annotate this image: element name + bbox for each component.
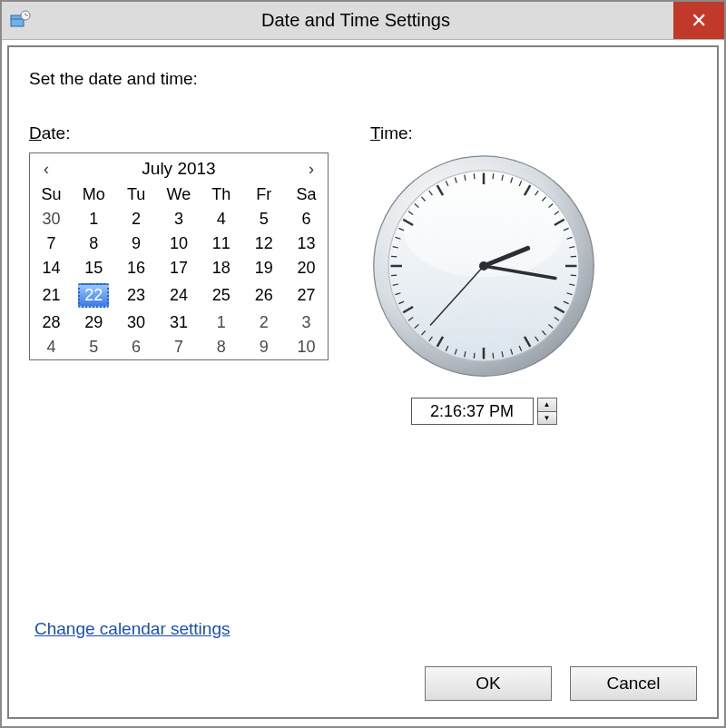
calendar-day[interactable]: 20 — [285, 256, 328, 280]
calendar-day[interactable]: 30 — [115, 310, 158, 335]
dialog-button-row: OK Cancel — [425, 666, 697, 701]
calendar-day[interactable]: 2 — [242, 310, 285, 335]
calendar-weekday: Mo — [73, 182, 115, 207]
dialog-body: Set the date and time: Date: ‹ July 2013… — [7, 45, 719, 719]
app-icon — [2, 3, 38, 39]
calendar-day[interactable]: 5 — [242, 207, 285, 231]
calendar-day[interactable]: 1 — [73, 207, 115, 231]
titlebar[interactable]: Date and Time Settings ✕ — [2, 2, 724, 40]
date-label-rest: ate: — [42, 123, 71, 143]
calendar-weekday: Fr — [242, 182, 285, 207]
time-input-row: ▲ ▼ — [411, 398, 557, 425]
calendar-day[interactable]: 30 — [30, 207, 73, 231]
calendar-day[interactable]: 15 — [73, 256, 115, 280]
calendar-day[interactable]: 19 — [242, 256, 285, 280]
calendar-day[interactable]: 3 — [158, 207, 201, 231]
calendar-day[interactable]: 21 — [30, 280, 73, 310]
calendar-weekday: Tu — [115, 182, 158, 207]
close-button[interactable]: ✕ — [673, 2, 724, 39]
svg-line-24 — [571, 275, 576, 276]
calendar-day[interactable]: 8 — [200, 335, 242, 359]
calendar-day[interactable]: 13 — [285, 231, 328, 256]
instruction-text: Set the date and time: — [29, 69, 697, 89]
close-icon: ✕ — [691, 9, 707, 33]
calendar-day[interactable]: 17 — [158, 256, 201, 280]
svg-line-52 — [391, 275, 397, 276]
svg-line-54 — [391, 256, 397, 257]
calendar-day[interactable]: 6 — [285, 207, 328, 231]
calendar-day[interactable]: 29 — [73, 310, 115, 335]
time-label-rest: ime: — [380, 123, 413, 143]
calendar-day[interactable]: 10 — [285, 335, 328, 359]
window-frame: Date and Time Settings ✕ Set the date an… — [0, 0, 726, 728]
svg-line-37 — [493, 353, 494, 359]
calendar-day[interactable]: 12 — [242, 231, 285, 256]
calendar-day[interactable]: 5 — [73, 335, 115, 359]
calendar-day[interactable]: 18 — [200, 256, 242, 280]
calendar-day[interactable]: 31 — [158, 310, 201, 335]
calendar-day[interactable]: 6 — [115, 335, 158, 359]
time-input[interactable] — [411, 398, 534, 425]
calendar-day[interactable]: 24 — [158, 280, 201, 310]
calendar-weekday: Th — [200, 182, 242, 207]
calendar-day[interactable]: 16 — [115, 256, 158, 280]
calendar-day[interactable]: 26 — [242, 280, 285, 310]
calendar-day[interactable]: 10 — [158, 231, 201, 256]
calendar-weekday: Sa — [285, 182, 328, 207]
calendar-day[interactable]: 7 — [30, 231, 73, 256]
calendar-day[interactable]: 2 — [115, 207, 158, 231]
svg-line-22 — [571, 256, 576, 257]
calendar-day[interactable]: 3 — [285, 310, 328, 335]
calendar-day[interactable]: 1 — [200, 310, 242, 335]
calendar-day[interactable]: 23 — [115, 280, 158, 310]
svg-line-9 — [493, 173, 494, 179]
ok-button[interactable]: OK — [425, 666, 552, 701]
calendar-day[interactable]: 28 — [30, 310, 73, 335]
time-spin-up[interactable]: ▲ — [537, 398, 557, 412]
date-label-mnemonic: D — [29, 123, 42, 143]
calendar-grid: SuMoTuWeThFrSa 3012345678910111213141516… — [30, 182, 328, 359]
calendar-header: ‹ July 2013 › — [30, 153, 328, 182]
calendar[interactable]: ‹ July 2013 › SuMoTuWeThFrSa 30123456789… — [29, 152, 329, 360]
svg-point-71 — [479, 261, 488, 271]
calendar-month-label[interactable]: July 2013 — [142, 159, 215, 179]
calendar-day[interactable]: 9 — [242, 335, 285, 359]
calendar-day[interactable]: 4 — [30, 335, 73, 359]
time-label: Time: — [370, 123, 597, 143]
calendar-day[interactable]: 4 — [200, 207, 242, 231]
date-label: Date: — [29, 123, 329, 143]
calendar-weekday: Su — [30, 182, 73, 207]
analog-clock — [370, 152, 597, 379]
calendar-day[interactable]: 11 — [200, 231, 242, 256]
calendar-day[interactable]: 14 — [30, 256, 73, 280]
calendar-day[interactable]: 9 — [115, 231, 158, 256]
svg-line-67 — [474, 173, 475, 179]
svg-line-39 — [474, 353, 475, 359]
window-title: Date and Time Settings — [38, 10, 673, 31]
time-spin-down[interactable]: ▼ — [537, 411, 557, 426]
calendar-day[interactable]: 8 — [73, 231, 115, 256]
calendar-weekday: We — [158, 182, 201, 207]
calendar-day[interactable]: 7 — [158, 335, 201, 359]
calendar-day[interactable]: 22 — [73, 280, 115, 310]
calendar-day[interactable]: 27 — [285, 280, 328, 310]
cancel-button[interactable]: Cancel — [570, 666, 697, 701]
calendar-next-button[interactable]: › — [302, 160, 320, 179]
calendar-prev-button[interactable]: ‹ — [37, 160, 55, 179]
time-label-mnemonic: T — [370, 123, 380, 143]
time-spinner: ▲ ▼ — [537, 398, 557, 425]
change-calendar-link[interactable]: Change calendar settings — [34, 619, 230, 639]
calendar-day[interactable]: 25 — [200, 280, 242, 310]
